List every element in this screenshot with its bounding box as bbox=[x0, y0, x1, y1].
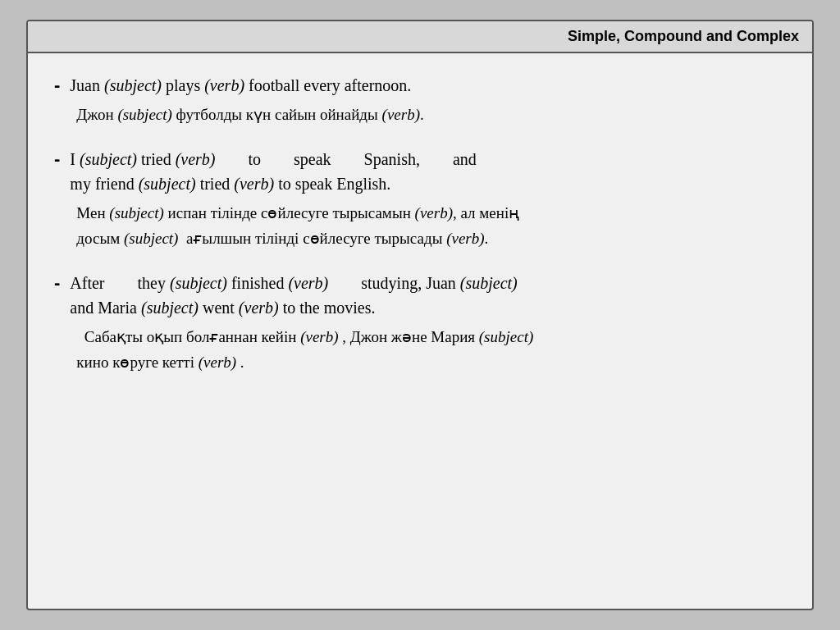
dash-1: - bbox=[54, 75, 60, 96]
subject-tag: (subject) bbox=[104, 76, 162, 94]
kz-line-3: Сабақты оқып болғаннан кейін (verb) , Дж… bbox=[76, 325, 786, 375]
sentence-block-3: - After they (subject) finished (verb) s… bbox=[54, 271, 786, 375]
sentence-content-3: After they (subject) finished (verb) stu… bbox=[70, 271, 786, 375]
sentence-content-2: I (subject) tried (verb) to speak Spanis… bbox=[70, 147, 786, 251]
sentence-block-2: - I (subject) tried (verb) to speak Span… bbox=[54, 147, 786, 251]
page-title: Simple, Compound and Complex bbox=[568, 28, 799, 44]
verb-tag-3b: (verb) bbox=[239, 299, 279, 317]
dash-2: - bbox=[54, 148, 60, 170]
en-line-2: I (subject) tried (verb) to speak Spanis… bbox=[70, 147, 786, 196]
sentence-content-1: Juan (subject) plays (verb) football eve… bbox=[70, 73, 786, 127]
en-line-3: After they (subject) finished (verb) stu… bbox=[70, 271, 786, 320]
main-card: Simple, Compound and Complex - Juan (sub… bbox=[26, 20, 814, 610]
subject-tag-kz: (subject) bbox=[117, 106, 171, 123]
verb-tag-kz-3b: (verb) bbox=[199, 354, 236, 371]
verb-tag-2b: (verb) bbox=[234, 175, 274, 193]
subject-tag-2: (subject) bbox=[80, 150, 137, 168]
en-line-1: Juan (subject) plays (verb) football eve… bbox=[70, 73, 786, 98]
verb-tag-kz-2: (verb) bbox=[415, 204, 453, 221]
subject-tag-2b: (subject) bbox=[139, 175, 196, 193]
card-header: Simple, Compound and Complex bbox=[28, 21, 812, 53]
subject-tag-kz-2: (subject) bbox=[109, 204, 163, 221]
subject-tag-kz-3: (subject) bbox=[479, 328, 533, 345]
card-body: - Juan (subject) plays (verb) football e… bbox=[28, 53, 812, 609]
kz-line-1: Джон (subject) футболды күн сайын ойнайд… bbox=[76, 103, 786, 127]
verb-tag-3: (verb) bbox=[288, 274, 328, 292]
verb-tag: (verb) bbox=[204, 76, 244, 94]
verb-tag-kz-3: (verb) bbox=[300, 328, 338, 345]
subject-tag-3c: (subject) bbox=[141, 299, 199, 317]
kz-line-2: Мен (subject) испан тілінде сөйлесуге ты… bbox=[76, 201, 786, 251]
dash-3: - bbox=[54, 272, 60, 294]
subject-tag-3: (subject) bbox=[170, 274, 227, 292]
subject-tag-3b: (subject) bbox=[460, 274, 518, 292]
verb-tag-kz-2b: (verb) bbox=[446, 230, 484, 247]
verb-tag-2: (verb) bbox=[176, 150, 216, 168]
subject-tag-kz-2b: (subject) bbox=[124, 230, 178, 247]
sentence-block-1: - Juan (subject) plays (verb) football e… bbox=[54, 73, 786, 127]
verb-tag-kz: (verb) bbox=[382, 106, 420, 123]
